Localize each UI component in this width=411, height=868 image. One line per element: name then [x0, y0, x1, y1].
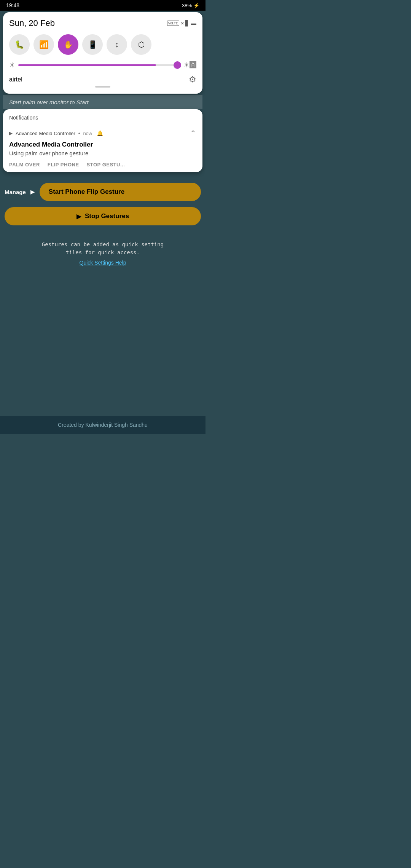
quick-settings-link[interactable]: Quick Settings Help	[5, 260, 201, 266]
action-stop-gestures[interactable]: STOP GESTU...	[87, 162, 125, 168]
notif-title: Advanced Media Controller	[9, 141, 196, 148]
status-bar: 19:48 38% ⚡	[0, 0, 206, 11]
notif-body: Using palm over phone gesture	[9, 150, 196, 156]
network-name: airtel	[9, 76, 22, 83]
notif-play-icon: ▶	[9, 131, 13, 136]
qs-signal-icons: VoLTE ✕ ▋ ▬	[167, 20, 196, 26]
notif-app-row: ▶ Advanced Media Controller • now 🔔 ⌃	[9, 129, 196, 138]
stop-gestures-label: Stop Gestures	[85, 212, 129, 220]
manage-arrow-icon: ▶	[30, 188, 35, 195]
wifi-icon: 📶	[39, 40, 49, 49]
bg-content: Manage ▶ Start Phone Flip Gesture ▶ Stop…	[0, 175, 206, 273]
notifications-label: Notifications	[9, 115, 38, 121]
brightness-row: ☀ ☀🅰	[9, 61, 196, 69]
settings-icon[interactable]: ⚙	[189, 75, 196, 85]
qs-date: Sun, 20 Feb	[9, 18, 55, 28]
brightness-thumb	[174, 61, 181, 69]
battery-display: 38%	[182, 3, 192, 8]
footer: Created by Kulwinderjit Singh Sandhu	[0, 416, 206, 434]
chevron-up-icon: ⌃	[190, 129, 196, 137]
partial-text: Start palm over monitor to Start	[9, 99, 88, 105]
hint-text: Gestures can be added as quick settingti…	[5, 241, 201, 257]
action-flip-phone[interactable]: FLIP PHONE	[48, 162, 79, 168]
manage-label: Manage	[5, 189, 26, 195]
stop-gestures-button[interactable]: ▶ Stop Gestures	[5, 207, 201, 225]
footer-text: Created by Kulwinderjit Singh Sandhu	[58, 422, 148, 428]
sim-icon: ▬	[191, 20, 196, 26]
phone-icon: 📱	[88, 40, 97, 49]
notif-collapse-button[interactable]: ⌃	[190, 129, 196, 138]
notif-app-info: ▶ Advanced Media Controller • now 🔔	[9, 130, 103, 136]
partial-banner: Start palm over monitor to Start	[3, 95, 202, 109]
notification-item: ▶ Advanced Media Controller • now 🔔 ⌃ Ad…	[3, 124, 202, 172]
brightness-slider[interactable]	[18, 64, 180, 66]
start-flip-label: Start Phone Flip Gesture	[49, 188, 124, 196]
bug-icon: 🐛	[15, 40, 24, 49]
toggle-phone[interactable]: 📱	[82, 34, 103, 55]
brightness-auto-icon: ☀🅰	[183, 61, 196, 69]
start-flip-button[interactable]: Start Phone Flip Gesture	[40, 183, 201, 201]
brightness-fill	[18, 64, 156, 66]
notif-app-name: Advanced Media Controller	[16, 131, 75, 136]
brightness-low-icon: ☀	[9, 61, 15, 69]
qs-toggles-row: 🐛 📶 ✋ 📱 ↕️ ⬡	[9, 34, 196, 55]
manage-row: Manage ▶ Start Phone Flip Gesture	[5, 183, 201, 201]
qs-header: Sun, 20 Feb VoLTE ✕ ▋ ▬	[9, 18, 196, 28]
toggle-developer[interactable]: 🐛	[9, 34, 30, 55]
bluetooth-icon: ⬡	[138, 40, 145, 49]
signal-x-icon: ✕	[181, 21, 184, 26]
notif-bullet: •	[78, 131, 80, 136]
notification-panel: Notifications ▶ Advanced Media Controlle…	[3, 109, 202, 172]
action-palm-over[interactable]: PALM OVER	[9, 162, 40, 168]
notif-time: now	[83, 131, 92, 136]
status-icons: 38% ⚡	[182, 3, 199, 8]
notif-bell-icon: 🔔	[97, 130, 103, 136]
toggle-sort[interactable]: ↕️	[107, 34, 127, 55]
stop-play-icon: ▶	[76, 213, 81, 220]
toggle-wifi[interactable]: 📶	[33, 34, 54, 55]
toggle-touch[interactable]: ✋	[58, 34, 78, 55]
time-display: 19:48	[6, 2, 19, 8]
quick-settings-panel: Sun, 20 Feb VoLTE ✕ ▋ ▬ 🐛 📶 ✋ 📱 ↕️ ⬡ ☀	[3, 12, 202, 94]
notifications-header: Notifications	[3, 109, 202, 124]
signal-bars-icon: ▋	[185, 20, 190, 26]
charging-icon: ⚡	[193, 3, 199, 8]
panel-handle	[95, 86, 110, 88]
notif-actions-row: PALM OVER FLIP PHONE STOP GESTU...	[9, 162, 196, 168]
touch-icon: ✋	[64, 40, 73, 49]
toggle-bluetooth[interactable]: ⬡	[131, 34, 151, 55]
sort-icon: ↕️	[115, 40, 119, 49]
volte-icon: VoLTE	[167, 21, 179, 26]
qs-network-row: airtel ⚙	[9, 75, 196, 85]
